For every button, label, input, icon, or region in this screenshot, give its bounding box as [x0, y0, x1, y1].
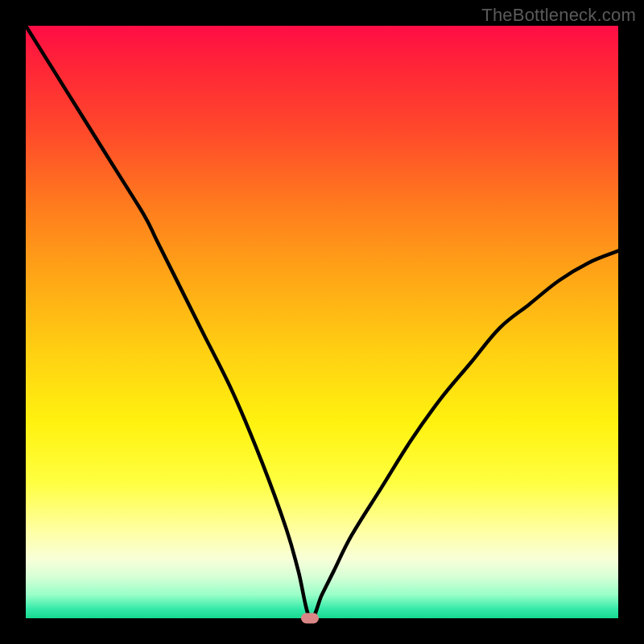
chart-frame: TheBottleneck.com	[0, 0, 644, 644]
bottleneck-curve	[26, 26, 618, 618]
watermark-text: TheBottleneck.com	[481, 5, 636, 26]
optimal-point-marker	[301, 613, 319, 624]
plot-area	[26, 26, 618, 618]
